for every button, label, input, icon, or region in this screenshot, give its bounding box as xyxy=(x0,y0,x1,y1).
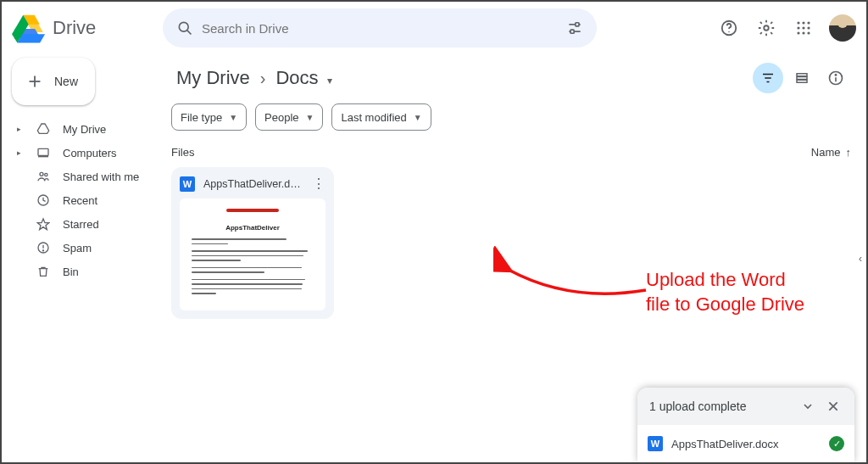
svg-marker-26 xyxy=(37,124,48,133)
shared-icon xyxy=(36,170,51,183)
sidebar-item-label: My Drive xyxy=(63,123,106,136)
apps-grid-icon[interactable] xyxy=(787,11,821,45)
sidebar-item-bin[interactable]: Bin xyxy=(12,260,147,283)
breadcrumb-row: My Drive › Docs ▾ xyxy=(171,58,851,98)
header-right xyxy=(712,11,856,45)
breadcrumb: My Drive › Docs ▾ xyxy=(171,64,337,92)
caret-down-icon: ▼ xyxy=(414,113,422,122)
sidebar-item-shared[interactable]: Shared with me xyxy=(12,165,147,188)
sidebar-item-spam[interactable]: Spam xyxy=(12,236,147,260)
sidebar-item-label: Shared with me xyxy=(63,171,139,183)
svg-point-22 xyxy=(802,31,804,34)
filter-chips: File type▼ People▼ Last modified▼ xyxy=(171,103,851,131)
avatar[interactable] xyxy=(829,14,856,42)
chevron-down-icon[interactable] xyxy=(795,394,821,419)
svg-point-6 xyxy=(179,22,188,31)
computers-icon xyxy=(36,146,51,159)
side-panel-toggle[interactable]: ‹ xyxy=(854,242,866,276)
product-name: Drive xyxy=(53,17,96,39)
expand-icon[interactable]: ▸ xyxy=(17,148,24,157)
svg-rect-41 xyxy=(797,80,807,82)
expand-icon[interactable]: ▸ xyxy=(17,125,24,133)
file-grid: W AppsThatDeliver.docx ⋮ AppsThatDeliver xyxy=(171,167,851,319)
file-card[interactable]: W AppsThatDeliver.docx ⋮ AppsThatDeliver xyxy=(171,167,334,319)
bin-icon xyxy=(36,265,51,278)
app-header: Drive xyxy=(2,2,866,54)
svg-point-14 xyxy=(764,25,769,31)
drive-logo[interactable]: Drive xyxy=(12,11,156,45)
new-button[interactable]: New xyxy=(12,58,95,105)
upload-toast: 1 upload complete W AppsThatDeliver.docx… xyxy=(637,388,854,462)
chip-file-type[interactable]: File type▼ xyxy=(171,103,247,131)
list-view-icon[interactable] xyxy=(787,63,817,93)
search-options-icon[interactable] xyxy=(558,11,592,45)
breadcrumb-root[interactable]: My Drive xyxy=(171,64,255,92)
word-file-icon: W xyxy=(648,436,663,451)
svg-point-19 xyxy=(802,26,804,29)
upload-toast-header: 1 upload complete xyxy=(637,388,854,425)
arrow-up-icon: ↑ xyxy=(846,146,852,159)
svg-marker-32 xyxy=(37,219,48,230)
word-file-icon: W xyxy=(180,176,195,192)
svg-rect-40 xyxy=(797,77,807,80)
svg-line-7 xyxy=(187,31,192,35)
search-input[interactable] xyxy=(202,21,558,36)
svg-rect-27 xyxy=(38,148,48,155)
sidebar-item-mydrive[interactable]: ▸ My Drive xyxy=(12,117,147,141)
svg-rect-11 xyxy=(570,30,574,33)
mydrive-icon xyxy=(36,122,51,136)
svg-point-18 xyxy=(797,26,799,29)
file-preview: AppsThatDeliver xyxy=(180,198,326,310)
breadcrumb-current[interactable]: Docs ▾ xyxy=(270,64,337,92)
sidebar-item-label: Spam xyxy=(63,242,92,254)
chip-last-modified[interactable]: Last modified▼ xyxy=(331,103,431,131)
svg-rect-39 xyxy=(797,74,807,76)
caret-down-icon: ▼ xyxy=(229,113,237,122)
filter-icon[interactable] xyxy=(753,63,783,93)
help-icon[interactable] xyxy=(712,11,746,45)
file-name: AppsThatDeliver.docx xyxy=(203,178,303,190)
sidebar-item-recent[interactable]: Recent xyxy=(12,188,147,212)
preview-redline xyxy=(226,209,279,212)
svg-point-16 xyxy=(802,21,804,24)
upload-item-name: AppsThatDeliver.docx xyxy=(671,438,821,450)
sidebar-item-label: Starred xyxy=(63,218,99,231)
view-tools xyxy=(753,63,851,93)
search-bar[interactable] xyxy=(163,8,597,48)
sidebar-item-starred[interactable]: Starred xyxy=(12,212,147,236)
upload-toast-title: 1 upload complete xyxy=(649,400,746,413)
svg-point-17 xyxy=(807,21,810,24)
gear-icon[interactable] xyxy=(749,11,783,45)
more-vert-icon[interactable]: ⋮ xyxy=(312,176,326,192)
svg-point-13 xyxy=(728,31,729,32)
sidebar-item-label: Recent xyxy=(63,194,97,207)
recent-icon xyxy=(36,193,51,207)
files-heading: Files xyxy=(171,146,194,159)
caret-down-icon: ▾ xyxy=(327,75,332,87)
chevron-right-icon: › xyxy=(260,69,266,88)
new-button-label: New xyxy=(54,75,78,88)
svg-rect-10 xyxy=(576,23,579,26)
plus-icon xyxy=(25,72,44,91)
sidebar-item-computers[interactable]: ▸ Computers xyxy=(12,141,147,165)
search-icon[interactable] xyxy=(168,11,202,45)
files-heading-row: Files Name ↑ xyxy=(171,146,851,159)
close-icon[interactable] xyxy=(821,394,846,419)
svg-point-44 xyxy=(835,75,836,75)
svg-point-21 xyxy=(797,31,799,34)
caret-down-icon: ▼ xyxy=(306,113,314,122)
upload-toast-item[interactable]: W AppsThatDeliver.docx ✓ xyxy=(637,425,854,462)
preview-title: AppsThatDeliver xyxy=(192,224,314,232)
sort-button[interactable]: Name ↑ xyxy=(811,146,851,159)
star-icon xyxy=(36,217,51,231)
sidebar: New ▸ My Drive ▸ Computers Shared with m… xyxy=(2,54,156,462)
success-check-icon: ✓ xyxy=(829,436,844,451)
svg-point-23 xyxy=(807,31,810,34)
svg-point-20 xyxy=(807,26,810,29)
file-card-header: W AppsThatDeliver.docx ⋮ xyxy=(171,167,334,198)
spam-icon xyxy=(36,241,51,254)
info-icon[interactable] xyxy=(821,63,851,93)
drive-triangle-icon xyxy=(12,11,46,45)
chip-people[interactable]: People▼ xyxy=(255,103,323,131)
sidebar-item-label: Bin xyxy=(63,266,79,278)
